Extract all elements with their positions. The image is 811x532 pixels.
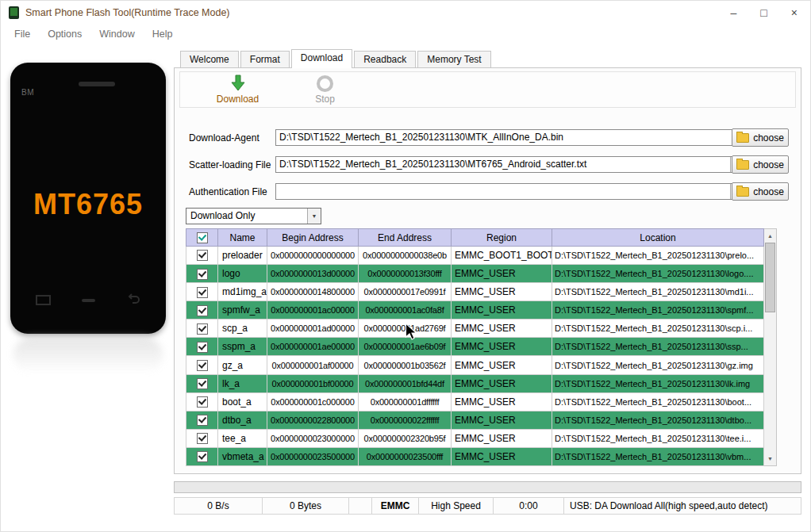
table-row[interactable]: dtbo_a 0x0000000022800000 0x0000000022ff… [186, 411, 764, 429]
choose-button-label: choose [753, 159, 784, 170]
choose-button-label: choose [753, 186, 784, 197]
row-checkbox[interactable] [197, 342, 208, 353]
cell-location: D:\TSD\T1522_Mertech_B1_202501231130\scp… [552, 320, 764, 338]
cell-region: EMMC_USER [452, 447, 552, 465]
scatter-file-value: D:\TSD\T1522_Mertech_B1_202501231130\MT6… [279, 159, 586, 170]
cell-name: vbmeta_a [218, 447, 267, 465]
cell-end-address: 0x000000001b03562f [359, 356, 452, 374]
stop-button-label: Stop [315, 94, 335, 105]
cell-region: EMMC_BOOT1_BOOT2 [452, 247, 552, 265]
status-bytes: 0 Bytes [262, 497, 349, 515]
close-button[interactable]: × [791, 7, 798, 18]
row-checkbox[interactable] [197, 433, 208, 444]
auth-file-choose-button[interactable]: choose [732, 182, 789, 201]
row-checkbox[interactable] [197, 360, 208, 371]
download-agent-choose-button[interactable]: choose [732, 128, 789, 147]
folder-icon [736, 133, 749, 143]
window-title: Smart Phone Flash Tool(Runtime Trace Mod… [25, 7, 230, 18]
row-checkbox[interactable] [197, 305, 208, 316]
row-checkbox[interactable] [197, 250, 208, 261]
cell-begin-address: 0x0000000014800000 [267, 283, 359, 301]
auth-file-label: Authentication File [189, 186, 267, 197]
table-header-row: Name Begin Address End Address Region Lo… [186, 229, 764, 247]
download-mode-value: Download Only [190, 210, 255, 221]
cell-region: EMMC_USER [452, 265, 552, 283]
cell-begin-address: 0x000000001ae00000 [267, 338, 359, 356]
cell-location: D:\TSD\T1522_Mertech_B1_202501231130\lk.… [552, 374, 764, 392]
phone-back-icon [126, 293, 140, 307]
row-checkbox[interactable] [197, 323, 208, 335]
select-all-checkbox[interactable] [197, 232, 208, 243]
table-row[interactable]: vbmeta_a 0x0000000023500000 0x0000000023… [186, 447, 764, 465]
row-checkbox[interactable] [197, 415, 208, 426]
cell-name: preloader [218, 247, 267, 265]
status-bar: 0 B/s 0 Bytes EMMC High Speed 0:00 USB: … [174, 497, 801, 515]
table-row[interactable]: lk_a 0x000000001bf00000 0x000000001bfd44… [186, 374, 764, 392]
cell-region: EMMC_USER [452, 338, 552, 356]
scatter-file-choose-button[interactable]: choose [732, 155, 789, 174]
download-arrow-icon [230, 75, 246, 92]
cell-begin-address: 0x0000000023000000 [267, 429, 359, 447]
table-row[interactable]: tee_a 0x0000000023000000 0x000000002320b… [186, 429, 764, 447]
auth-file-field[interactable]: ▼ [275, 183, 744, 200]
scroll-up-icon[interactable]: ▲ [764, 230, 776, 242]
status-spacer [348, 497, 372, 515]
download-agent-field[interactable]: D:\TSD\T1522_Mertech_B1_202501231130\MTK… [275, 129, 733, 146]
menu-item[interactable]: File [6, 29, 39, 40]
status-time: 0:00 [493, 497, 564, 515]
menu-item[interactable]: Options [39, 29, 90, 40]
phone-speaker [79, 82, 115, 86]
table-row[interactable]: boot_a 0x000000001c000000 0x000000001dff… [186, 392, 764, 411]
table-row[interactable]: preloader 0x0000000000000000 0x000000000… [186, 247, 764, 265]
row-checkbox[interactable] [197, 378, 208, 389]
cell-begin-address: 0x0000000013d00000 [267, 265, 359, 283]
cell-name: scp_a [218, 320, 267, 338]
row-checkbox[interactable] [197, 396, 208, 408]
cell-location: D:\TSD\T1522_Mertech_B1_202501231130\boo… [552, 392, 764, 411]
row-checkbox[interactable] [197, 287, 208, 298]
row-checkbox[interactable] [197, 269, 208, 280]
download-agent-label: Download-Agent [189, 132, 259, 144]
cell-end-address: 0x000000002320b95f [359, 429, 452, 447]
app-icon [9, 6, 19, 19]
maximize-button[interactable]: □ [760, 7, 767, 18]
table-row[interactable]: sspm_a 0x000000001ae00000 0x000000001ae6… [186, 338, 764, 356]
download-mode-select[interactable]: Download Only ▼ [186, 208, 321, 224]
tab[interactable]: Welcome [180, 51, 239, 67]
tab[interactable]: Memory Test [417, 51, 490, 67]
table-row[interactable]: md1img_a 0x0000000014800000 0x0000000017… [186, 283, 764, 301]
minimize-button[interactable]: – [731, 7, 737, 18]
phone-illustration: BM MT6765 [10, 63, 166, 334]
download-button[interactable]: Download [208, 75, 267, 105]
scrollbar-thumb[interactable] [765, 243, 775, 312]
phone-brand-label: BM [21, 88, 34, 97]
table-scrollbar[interactable]: ▲ ▼ [764, 228, 777, 466]
row-checkbox[interactable] [197, 451, 208, 462]
chevron-down-icon[interactable]: ▼ [307, 209, 321, 224]
tab[interactable]: Format [240, 51, 290, 67]
menu-item[interactable]: Window [90, 29, 143, 40]
cell-end-address: 0x000000001ac0fa8f [359, 301, 452, 320]
cell-location: D:\TSD\T1522_Mertech_B1_202501231130\gz.… [552, 356, 764, 374]
cell-location: D:\TSD\T1522_Mertech_B1_202501231130\md1… [552, 283, 764, 301]
cell-region: EMMC_USER [452, 301, 552, 320]
tab[interactable]: Download [291, 49, 352, 68]
table-row[interactable]: scp_a 0x000000001ad00000 0x000000001ad27… [186, 320, 764, 338]
table-row[interactable]: gz_a 0x000000001af00000 0x000000001b0356… [186, 356, 764, 374]
table-row[interactable]: spmfw_a 0x000000001ac00000 0x000000001ac… [186, 301, 764, 320]
scatter-file-field[interactable]: D:\TSD\T1522_Mertech_B1_202501231130\MT6… [275, 156, 744, 173]
tab[interactable]: Readback [354, 51, 416, 67]
cell-region: EMMC_USER [452, 374, 552, 392]
cell-region: EMMC_USER [452, 356, 552, 374]
download-button-label: Download [217, 94, 259, 105]
download-tab-panel: Download Stop Download-Agent D:\TSD\T152… [174, 67, 801, 474]
stop-button[interactable]: Stop [295, 75, 355, 105]
cell-end-address: 0x0000000022ffffff [359, 411, 452, 429]
table-row[interactable]: logo 0x0000000013d00000 0x0000000013f30f… [186, 265, 764, 283]
cell-name: tee_a [218, 429, 267, 447]
select-all-cell[interactable] [186, 229, 218, 247]
cell-end-address: 0x0000000017e0991f [359, 283, 452, 301]
menu-item[interactable]: Help [144, 29, 182, 40]
scroll-down-icon[interactable]: ▼ [764, 453, 776, 465]
tab-bar: Welcome Format Download Readback Memory … [180, 51, 493, 68]
